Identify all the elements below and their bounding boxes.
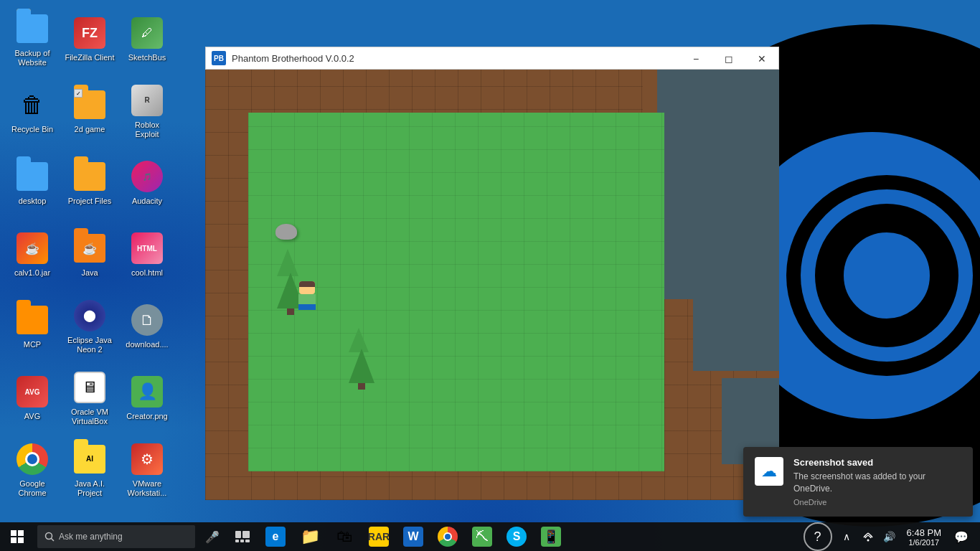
window-minimize-button[interactable]: − xyxy=(679,47,712,70)
icon-creator[interactable]: 👤 Creator.png xyxy=(118,362,176,434)
icon-desktop-folder[interactable]: desktop xyxy=(4,147,61,219)
taskbar-pinned-apps: e 📁 🛍 RAR W xyxy=(258,522,568,551)
notification-source: OneDrive xyxy=(793,498,961,507)
icon-label-filezilla: FileZilla Client xyxy=(65,53,114,62)
icon-eclipse[interactable]: ⬤ Eclipse Java Neon 2 xyxy=(61,291,118,362)
char-left-leg xyxy=(300,304,306,310)
window-restore-button[interactable]: ◻ xyxy=(712,47,745,70)
icon-label-chrome: Google Chrome xyxy=(7,479,57,498)
chrome-taskbar-icon xyxy=(438,527,458,547)
icon-project-files[interactable]: Project Files xyxy=(61,147,118,219)
taskbar-app-unknown[interactable]: 📱 xyxy=(534,522,568,551)
icon-label-roblox: Roblox Exploit xyxy=(122,121,172,139)
icon-backup-website[interactable]: Backup of Website xyxy=(4,4,61,75)
icon-label-audacity: Audacity xyxy=(132,197,162,206)
icon-calv-jar[interactable]: ☕ calv1.0.jar xyxy=(4,219,61,291)
taskbar-app-store[interactable]: 🛍 xyxy=(327,522,362,551)
skype-icon: S xyxy=(507,527,527,547)
svg-point-11 xyxy=(867,540,869,542)
task-view-button[interactable] xyxy=(227,522,258,551)
icon-label-oracle: Oracle VM VirtualBox xyxy=(65,408,115,426)
svg-rect-6 xyxy=(235,531,241,538)
icon-avg[interactable]: AVG AVG xyxy=(4,362,61,434)
icon-mcp[interactable]: MCP xyxy=(4,291,61,362)
system-clock[interactable]: 6:48 PM 1/6/2017 xyxy=(901,527,947,547)
svg-rect-1 xyxy=(18,530,24,536)
notification-title: Screenshot saved xyxy=(793,457,961,468)
icon-label-eclipse: Eclipse Java Neon 2 xyxy=(65,336,115,354)
svg-rect-2 xyxy=(11,537,17,543)
taskbar-search-box[interactable]: Ask me anything xyxy=(37,525,195,548)
char-legs xyxy=(298,304,316,310)
dark-corner xyxy=(657,70,779,163)
icon-sketchbus[interactable]: 🖊 SketchBus xyxy=(118,4,176,75)
taskbar-app-chrome[interactable] xyxy=(430,522,465,551)
icon-2d-game[interactable]: ✓ 2d game xyxy=(61,75,118,147)
game-window-titlebar: PB Phantom Brotherhood V.0.0.2 − ◻ ✕ xyxy=(205,47,779,70)
icon-label-html: cool.html xyxy=(131,268,163,278)
winrar-icon: RAR xyxy=(369,527,389,547)
action-center-button[interactable]: 💬 xyxy=(948,522,974,551)
rock-object xyxy=(275,224,297,240)
store-icon: 🛍 xyxy=(334,527,354,547)
taskbar: Ask me anything 🎤 e 📁 xyxy=(0,522,980,551)
volume-icon[interactable]: 🔊 xyxy=(880,522,900,551)
notification-body: The screenshot was added to your OneDriv… xyxy=(793,471,961,495)
icon-label-2dgame: 2d game xyxy=(75,125,105,134)
taskbar-app-winrar[interactable]: RAR xyxy=(362,522,396,551)
clock-time: 6:48 PM xyxy=(907,527,941,538)
taskbar-app-explorer[interactable]: 📁 xyxy=(293,522,327,551)
icon-filezilla[interactable]: FZ FileZilla Client xyxy=(61,4,118,75)
window-close-button[interactable]: ✕ xyxy=(745,47,778,70)
window-controls: − ◻ ✕ xyxy=(679,47,778,69)
svg-rect-10 xyxy=(245,540,250,542)
taskbar-app-skype[interactable]: S xyxy=(499,522,534,551)
icon-vmware[interactable]: ⚙ VMware Workstati... xyxy=(118,434,176,506)
icon-roblox[interactable]: R Roblox Exploit xyxy=(118,75,176,147)
icon-label-mcp: MCP xyxy=(24,340,41,349)
icon-label-creator: Creator.png xyxy=(126,412,167,421)
icon-label-project-files: Project Files xyxy=(68,197,112,206)
icon-java[interactable]: ☕ Java xyxy=(61,219,118,291)
icon-label-recycle: Recycle Bin xyxy=(11,125,53,134)
start-button[interactable] xyxy=(0,522,34,551)
dark-area-right xyxy=(657,156,779,299)
icon-label-download: download.... xyxy=(126,340,168,349)
taskbar-app-edge[interactable]: e xyxy=(258,522,293,551)
notification-chevron[interactable]: ∧ xyxy=(837,522,857,551)
network-icon[interactable] xyxy=(858,522,878,551)
game-window-title: Phantom Brotherhood V.0.0.2 xyxy=(232,53,679,64)
svg-point-4 xyxy=(46,533,52,540)
word-icon: W xyxy=(403,527,423,547)
clock-date: 1/6/2017 xyxy=(908,538,939,547)
icon-label-vmware: VMware Workstati... xyxy=(122,479,172,498)
search-placeholder: Ask me anything xyxy=(59,532,123,542)
svg-rect-8 xyxy=(235,540,239,542)
onedrive-icon: ☁ xyxy=(755,457,783,486)
taskbar-system-tray: ? ∧ 🔊 6:48 PM 1/6/2017 💬 xyxy=(795,522,980,551)
player-character xyxy=(297,281,317,310)
char-hair xyxy=(299,281,315,287)
help-button[interactable]: ? xyxy=(804,522,832,551)
icon-java-ai[interactable]: AI Java A.I. Project xyxy=(61,434,118,506)
icon-google-chrome[interactable]: Google Chrome xyxy=(4,434,61,506)
icon-download[interactable]: 🗋 download.... xyxy=(118,291,176,362)
taskbar-app-minecraft[interactable]: ⛏ xyxy=(465,522,499,551)
icon-cool-html[interactable]: HTML cool.html xyxy=(118,219,176,291)
game-canvas xyxy=(205,70,779,500)
svg-line-5 xyxy=(52,539,55,542)
icon-label-avg: AVG xyxy=(24,412,40,421)
icon-recycle-bin[interactable]: 🗑 Recycle Bin xyxy=(4,75,61,147)
taskbar-mic-button[interactable]: 🎤 xyxy=(198,522,227,551)
edge-icon: e xyxy=(265,527,286,547)
desktop-icons-grid: Backup of Website FZ FileZilla Client 🖊 … xyxy=(0,0,208,517)
icon-oracle-vm[interactable]: 🖥 Oracle VM VirtualBox xyxy=(61,362,118,434)
explorer-icon: 📁 xyxy=(300,527,320,547)
icon-label-sketchbus: SketchBus xyxy=(128,53,166,62)
onedrive-notification[interactable]: ☁ Screenshot saved The screenshot was ad… xyxy=(743,447,973,517)
icon-audacity[interactable]: 🎵 Audacity xyxy=(118,147,176,219)
dark-area-right2 xyxy=(693,299,779,371)
notification-content: Screenshot saved The screenshot was adde… xyxy=(793,457,961,507)
taskbar-app-word[interactable]: W xyxy=(396,522,430,551)
char-body xyxy=(298,294,316,304)
